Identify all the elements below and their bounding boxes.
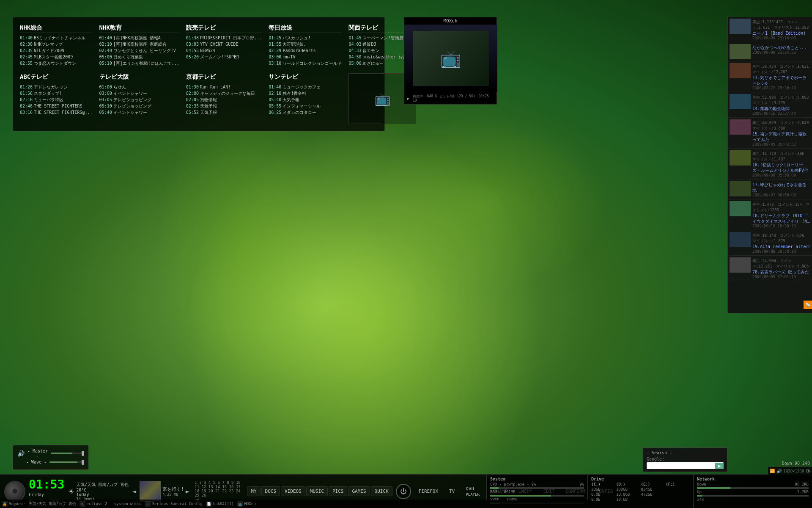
tb-bak041-label: bak041[1]	[213, 502, 234, 506]
drive-f-label: (F:)	[666, 482, 690, 486]
weather-temp: 20°C	[76, 488, 129, 492]
ram-row: RAM - 801MB	[490, 490, 584, 494]
nico-title-11: ニーノ1 (Band Edition)	[752, 30, 810, 36]
drive-c-label: (C:)	[591, 482, 615, 486]
master-knob	[82, 451, 84, 456]
up-bar	[697, 495, 809, 497]
nico-date-18: 2009/09/10 18:38:10	[752, 224, 810, 228]
program-nhk-edu-3: 05:00日めくり万葉集	[99, 54, 179, 60]
search-engine-label: Google:	[647, 457, 724, 461]
drive-e-free: 472GB	[641, 492, 665, 497]
nico-item-11[interactable]: 再生:1,1231437 コメント:1,631 マイリスト:12,283 ニーノ…	[728, 17, 812, 42]
search-go-button[interactable]: ▶	[715, 463, 724, 469]
nico-item-17[interactable]: 17.蜂びじゃめれて水を量る地 2009/09/07 08:50:06	[728, 179, 812, 199]
power-button[interactable]: ⏻	[396, 484, 411, 499]
nico-date-16: 2009/09/09 05:58:09	[752, 173, 810, 177]
drive-grid: (C:) (D:) (E:) (F:) 20GB 108GB 834GB 0.0…	[591, 482, 690, 502]
down-fill	[697, 487, 730, 489]
cpu-fill	[490, 487, 499, 489]
nico-date-14: 2009/06/16 02:37:44	[752, 111, 810, 116]
nico-title-16: 16.[切抜ミック]ローリーズ・ルームオリジナル曲PV付	[752, 162, 810, 173]
rss-button[interactable]: 📡	[804, 301, 812, 309]
cpu-row: CPU - pcwmp.exe - 9% 9%	[490, 482, 584, 486]
master-fill	[51, 453, 72, 454]
menu-music[interactable]: MUSIC	[306, 486, 328, 496]
nico-item-19[interactable]: 再生:19,148 コメント:956 マイリスト:1,879 19.ACfa_r…	[728, 230, 812, 256]
program-ytv-1: 03:03YTV EVENT GUIDE	[186, 41, 262, 47]
nico-thumb-19	[730, 232, 751, 247]
drive-d-label: (D:)	[616, 482, 640, 486]
weather-details: 天気/天気 風向/カブ 青色 20°C Today 14 (max)	[76, 482, 129, 501]
cpu-label: CPU - pcwmp.exe - 9%	[490, 482, 536, 486]
nico-item-13[interactable]: 再生:30,434 コメント:1,631 マイリスト:12,283 13.気リオ…	[728, 61, 812, 92]
master-volume-row: 🔊 - Master -	[17, 449, 84, 458]
wave-label: - Wave -	[26, 460, 47, 464]
nico-info-17: 17.蜂びじゃめれて水を量る地 2009/09/07 08:50:06	[752, 181, 810, 197]
nico-title-17: 17.蜂びじゃめれて水を量る地	[752, 182, 810, 193]
tb-bak041[interactable]: 📄 bak041[1]	[206, 501, 234, 507]
tb-moxch[interactable]: 📺 MOXch	[237, 501, 256, 507]
prev-button[interactable]: ◄	[132, 487, 136, 495]
program-kbs-1: 02:00キャラディのジョークな毎日	[186, 90, 262, 97]
ticker-num: 1 2 3 4 5 6 7 8 9 10 11 12 13 14 15 16 1…	[195, 480, 245, 497]
tb-samurai[interactable]: ⚔ Serious Samurai Config	[145, 501, 203, 507]
master-label: - Master -	[27, 449, 48, 458]
down-bar	[697, 487, 809, 489]
nico-item-15[interactable]: 再生:46,029 コメント:2,040 マイリスト:3,680 15.箱ンデ職…	[728, 118, 812, 149]
menu-quick[interactable]: QUICK	[371, 486, 392, 496]
ram-bar	[490, 495, 584, 497]
channel-abc: ABCテレビ 01:26アドレなガレッジ 01:56スタンダップ! 02:16ミ…	[18, 72, 94, 126]
program-tvo-1: 03:00イベントシャワー	[99, 90, 179, 97]
app-dvd[interactable]: DVDPLAYER	[461, 484, 484, 499]
channel-name-kbs: 京都テレビ	[186, 73, 262, 82]
drive-c-free: 0.0B	[591, 492, 615, 497]
master-slider[interactable]	[51, 453, 84, 454]
app-firefox[interactable]: FIREFOX	[414, 487, 442, 496]
tray-extra: EN	[806, 469, 810, 473]
down-indicator: Down 90 240	[782, 461, 810, 466]
volume-control: 🔊 - Master - - Wave -	[13, 445, 89, 470]
tb-moxch-label: MOXch	[244, 502, 256, 506]
up-label: Up	[697, 490, 702, 494]
system-tray: 📶 🔊 812×508 EN	[768, 467, 812, 475]
program-sun-0: 01:40ミュージックカフェ	[269, 84, 342, 90]
nico-item-20[interactable]: 再生:54,904 コメント:12,251 マイリスト:4,985 70.表表ラ…	[728, 256, 812, 281]
next-button[interactable]: ►	[186, 487, 190, 495]
nico-title-14: 14.禁椿の鑑金術師	[752, 106, 810, 111]
nico-date-19: 2009/09/08 20:58:10	[752, 249, 810, 254]
channel-name-mbs: 毎日放送	[269, 24, 342, 33]
menu-videos[interactable]: VIDEOS	[281, 486, 305, 496]
nico-date-11: 2009/09/09 23:16:08	[752, 36, 810, 40]
search-input[interactable]	[647, 462, 715, 469]
nico-info-14: 再生:52,986 コメント:5,863 マイリスト:3,279 14.禁椿の鑑…	[752, 94, 810, 116]
network-down-row: Down 90 2KB	[697, 482, 809, 486]
channel-name-nhk-general: NHK総合	[20, 24, 93, 33]
tb-eclipse-label: eclipse 2 - system white	[87, 502, 142, 506]
nico-item-16[interactable]: 再生:11,770 コメント:406 マイリスト:1,487 16.[切抜ミック…	[728, 149, 812, 179]
wave-fill	[49, 461, 77, 463]
menu-pics[interactable]: PICS	[329, 486, 348, 496]
menu-games[interactable]: GAMES	[348, 486, 370, 496]
menu-my[interactable]: MY	[247, 486, 260, 496]
tray-volume-icon: 🔊	[776, 469, 782, 473]
network-info-panel: Network Down 90 2KB Up 1.7KB 240	[694, 475, 812, 508]
wave-slider[interactable]	[49, 461, 84, 463]
program-kbs-4: 05:52天気予報	[186, 109, 262, 116]
nico-title-12: なかなかつべのやること...	[752, 45, 810, 50]
nico-item-18[interactable]: 再生:1,473 コメント:104 マイリスト:1265 18.ドリームクラブ …	[728, 199, 812, 230]
menu-docs[interactable]: DOCS	[261, 486, 280, 496]
app-tv[interactable]: TV	[445, 487, 459, 496]
program-abc-0: 01:26アドレなガレッジ	[20, 84, 93, 90]
program-abc-1: 01:56スタンダップ!	[20, 90, 93, 97]
nico-title-20: 70.表表ラパーズ 歌ってみた	[752, 269, 810, 275]
search-title: - Searsh -	[647, 450, 724, 455]
drive-f-size	[666, 497, 690, 502]
video-player-title: MOXch	[404, 17, 497, 25]
program-kbs-2: 02:05買物情報	[186, 97, 262, 103]
tb-seguro[interactable]: 🔒 Seguro・ 天気/天気 風向/カブ 青色	[2, 501, 76, 507]
drive-e-size	[641, 497, 665, 502]
nico-item-14[interactable]: 再生:52,986 コメント:5,863 マイリスト:3,279 14.禁椿の鑑…	[728, 92, 812, 118]
music-info: 京を行く! 4.29 MB	[162, 486, 184, 497]
tb-eclipse[interactable]: ⚙ eclipse 2 - system white	[80, 501, 142, 507]
nico-item-12[interactable]: なかなかつべのやること... 2009/09/09 23:24:56	[728, 42, 812, 61]
